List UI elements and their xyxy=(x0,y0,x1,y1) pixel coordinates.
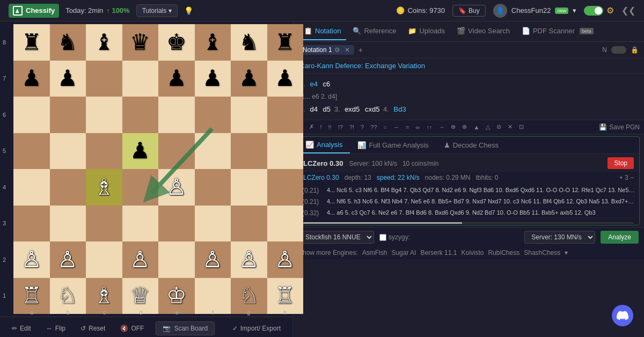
cell-f3[interactable] xyxy=(195,206,231,242)
move-e4[interactable]: e4 xyxy=(308,79,319,89)
cell-a4[interactable] xyxy=(13,169,50,206)
add-notation-button[interactable]: + xyxy=(358,46,363,54)
ann-delete[interactable]: ⊘ xyxy=(494,122,503,131)
collapse-icon[interactable]: ❮❮ xyxy=(621,5,635,16)
move-d5[interactable]: d5 xyxy=(321,105,332,114)
notation-close-icon[interactable]: ✕ xyxy=(345,46,350,54)
cell-g4[interactable] xyxy=(231,169,267,206)
cell-e7[interactable]: ♟ xyxy=(158,61,195,97)
cell-e6[interactable] xyxy=(158,97,195,133)
cell-e3[interactable] xyxy=(158,206,195,242)
ann-exclaim-q[interactable]: !? xyxy=(336,123,345,131)
cell-h5[interactable] xyxy=(267,133,304,170)
ann-right-arrow[interactable]: → xyxy=(436,123,447,131)
flip-button[interactable]: ↔ Flip xyxy=(43,323,69,334)
multiline-toggle[interactable]: + 3 − xyxy=(619,174,634,181)
engine-select-dropdown[interactable]: Stockfish 16 NNUE xyxy=(298,231,374,244)
engine-link-berserk[interactable]: Berserk 11.1 xyxy=(420,249,457,257)
cell-c4[interactable]: ♗ xyxy=(86,169,122,206)
tab-reference[interactable]: 🔍 Reference xyxy=(347,23,401,40)
cell-d6[interactable] xyxy=(122,97,159,133)
cell-b2[interactable]: ♙ xyxy=(50,241,86,278)
scan-board-button[interactable]: 📷 Scan Board xyxy=(156,321,215,335)
cell-g6[interactable] xyxy=(231,97,267,133)
analysis-tab-full[interactable]: 📊 Full Game Analysis xyxy=(350,137,436,153)
notation-toggle[interactable] xyxy=(611,46,626,54)
move-exd5[interactable]: exd5 xyxy=(343,105,361,114)
import-export-button[interactable]: ✓ Import/ Export xyxy=(229,323,284,334)
ann-q-exclaim[interactable]: ?! xyxy=(347,123,356,131)
cell-c3[interactable] xyxy=(86,206,122,242)
analysis-tab-decode[interactable]: ♟ Decode Chess xyxy=(436,137,506,153)
cell-c5[interactable] xyxy=(86,133,122,170)
cell-e4[interactable]: ♙ xyxy=(158,169,195,206)
ann-triangle-up[interactable]: ▲ xyxy=(471,123,481,131)
cell-c8[interactable]: ♝ xyxy=(86,24,122,61)
cell-a8[interactable]: ♜ xyxy=(13,24,50,61)
tab-notation[interactable]: 📋 Notation xyxy=(298,23,346,40)
cell-d4[interactable] xyxy=(122,169,159,206)
ann-double-exclaim[interactable]: !! xyxy=(326,123,334,131)
ann-exclaim[interactable]: ! xyxy=(318,123,324,131)
discord-button[interactable] xyxy=(612,305,633,326)
cell-g3[interactable] xyxy=(231,206,267,242)
save-pgn-button[interactable]: 💾 Save PGN xyxy=(599,123,640,131)
cell-g7[interactable]: ♟ xyxy=(231,61,267,97)
buy-button[interactable]: 🔖 Buy xyxy=(452,5,486,17)
move-d4[interactable]: d4 xyxy=(308,105,319,114)
cell-f2[interactable]: ♙ xyxy=(195,241,231,278)
cell-a7[interactable]: ♟ xyxy=(13,61,50,97)
cell-c2[interactable] xyxy=(86,241,122,278)
sound-off-button[interactable]: 🔇 OFF xyxy=(117,323,147,334)
chevron-down-icon[interactable]: ▾ xyxy=(573,6,576,14)
cell-g5[interactable] xyxy=(231,133,267,170)
notation-settings-icon[interactable]: ⚙ xyxy=(334,46,340,54)
cell-a5[interactable] xyxy=(13,133,50,170)
ann-up-up[interactable]: ↑↑ xyxy=(424,123,434,131)
cell-h3[interactable] xyxy=(267,206,304,242)
cell-b8[interactable]: ♞ xyxy=(50,24,86,61)
cell-c7[interactable] xyxy=(86,61,122,97)
cell-h7[interactable]: ♟ xyxy=(267,61,304,97)
cell-d8[interactable]: ♛ xyxy=(122,24,159,61)
ann-box[interactable]: ⊡ xyxy=(517,122,526,131)
engine-link-koivisto[interactable]: Koivisto xyxy=(461,249,484,257)
cell-e8[interactable]: ♚ xyxy=(158,24,195,61)
cell-g8[interactable]: ♞ xyxy=(231,24,267,61)
ann-q[interactable]: ? xyxy=(358,123,366,131)
cell-c6[interactable] xyxy=(86,97,122,133)
engine-link-sugar[interactable]: Sugar AI xyxy=(391,249,416,257)
move-bd3[interactable]: Bd3 xyxy=(392,105,408,114)
tab-uploads[interactable]: 📁 Uploads xyxy=(402,23,450,40)
cell-f5[interactable] xyxy=(195,133,231,170)
ann-arrows[interactable]: ↔ xyxy=(391,123,401,131)
ann-circle[interactable]: ○ xyxy=(381,123,389,131)
cell-a2[interactable]: ♙ xyxy=(13,241,50,278)
cell-d7[interactable] xyxy=(122,61,159,97)
ann-eq[interactable]: = xyxy=(404,123,411,131)
stop-button[interactable]: Stop xyxy=(608,157,634,169)
ann-minus-plus[interactable]: ⊗ xyxy=(460,122,469,131)
analyze-button[interactable]: Analyze xyxy=(601,231,639,244)
ann-plus-minus[interactable]: ⊕ xyxy=(449,122,458,131)
cell-e5[interactable] xyxy=(158,133,195,170)
analysis-tab-analysis[interactable]: 📈 Analysis xyxy=(298,137,350,153)
cell-a6[interactable] xyxy=(13,97,50,133)
more-engines-expand-icon[interactable]: ▾ xyxy=(565,249,568,257)
cell-f6[interactable] xyxy=(195,97,231,133)
cell-g2[interactable]: ♙ xyxy=(231,241,267,278)
edit-button[interactable]: ✏ Edit xyxy=(9,323,34,334)
cell-d2[interactable]: ♙ xyxy=(122,241,159,278)
cell-h8[interactable]: ♜ xyxy=(267,24,304,61)
move-c6[interactable]: c6 xyxy=(321,79,332,89)
cell-h4[interactable] xyxy=(267,169,304,206)
cell-h2[interactable]: ♙ xyxy=(267,241,304,278)
cell-a3[interactable] xyxy=(13,206,50,242)
cell-e2[interactable] xyxy=(158,241,195,278)
tab-pdf-scanner[interactable]: 📄 PDF Scanner beta xyxy=(516,23,599,40)
ann-x[interactable]: ✗ xyxy=(307,122,316,131)
cell-b4[interactable] xyxy=(50,169,86,206)
cell-d3[interactable] xyxy=(122,206,159,242)
engine-link-rubichess[interactable]: RubiChess xyxy=(488,249,520,257)
ann-double-q[interactable]: ?? xyxy=(368,123,379,131)
